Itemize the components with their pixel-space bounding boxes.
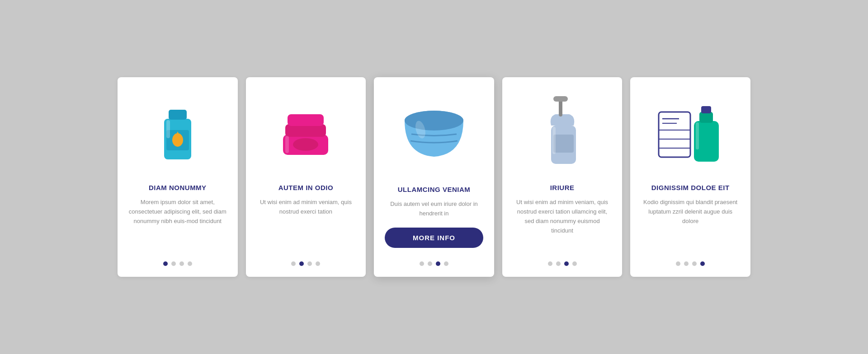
dot-2[interactable] <box>299 261 304 266</box>
dot-3[interactable] <box>692 261 697 266</box>
dot-4[interactable] <box>188 261 192 266</box>
dot-1[interactable] <box>420 261 424 266</box>
card-5-dots <box>676 257 705 266</box>
card-1-title: DIAM NONUMMY <box>149 184 207 191</box>
svg-rect-27 <box>701 106 711 113</box>
dot-1[interactable] <box>548 261 552 266</box>
card-3: ULLAMCING VENIAMDuis autem vel eum iriur… <box>374 77 494 277</box>
dot-3[interactable] <box>179 261 184 266</box>
card-2-title: AUTEM IN ODIO <box>278 184 334 191</box>
svg-rect-8 <box>288 114 324 126</box>
card-5: DIGNISSIM DOLOE EITKodio dignissim qui b… <box>630 77 750 277</box>
card-3-title: ULLAMCING VENIAM <box>398 186 471 193</box>
dot-2[interactable] <box>428 261 432 266</box>
svg-rect-10 <box>285 136 289 153</box>
svg-point-12 <box>405 111 463 130</box>
card-2: AUTEM IN ODIOUt wisi enim ad minim venia… <box>246 77 366 277</box>
dot-2[interactable] <box>684 261 689 266</box>
card-4: IRIUREUt wisi enim ad minim veniam, quis… <box>502 77 623 277</box>
svg-point-9 <box>293 138 318 151</box>
dot-4[interactable] <box>444 261 448 266</box>
lotion-tube-icon <box>128 92 227 173</box>
dot-3[interactable] <box>564 261 569 266</box>
card-2-dots <box>291 257 320 266</box>
card-1: DIAM NONUMMYMorem ipsum dolor sit amet, … <box>118 77 238 277</box>
card-3-dots <box>420 257 448 266</box>
svg-rect-28 <box>696 122 699 149</box>
card-4-title: IRIURE <box>550 184 575 191</box>
dot-1[interactable] <box>163 261 168 266</box>
svg-rect-5 <box>166 120 170 138</box>
svg-rect-7 <box>285 124 326 137</box>
more-info-button[interactable]: MORE INFO <box>385 228 483 248</box>
cream-tub-blue-icon <box>385 93 483 175</box>
card-4-dots <box>548 257 577 266</box>
card-1-dots <box>163 257 192 266</box>
dot-3[interactable] <box>436 261 440 266</box>
svg-rect-16 <box>553 96 568 102</box>
dot-2[interactable] <box>556 261 561 266</box>
svg-rect-26 <box>699 112 713 123</box>
card-2-text: Ut wisi enim ad minim veniam, quis nostr… <box>257 198 355 248</box>
dot-1[interactable] <box>676 261 680 266</box>
dot-1[interactable] <box>291 261 296 266</box>
card-4-text: Ut wisi enim ad minim veniam, quis nostr… <box>513 198 612 248</box>
dot-2[interactable] <box>171 261 176 266</box>
svg-rect-17 <box>553 135 574 153</box>
pump-bottle-icon <box>513 92 612 173</box>
svg-rect-18 <box>552 127 556 154</box>
card-5-title: DIGNISSIM DOLOE EIT <box>651 184 730 191</box>
card-1-text: Morem ipsum dolor sit amet, consectetuer… <box>128 198 227 248</box>
dot-4[interactable] <box>700 261 705 266</box>
card-3-text: Duis autem vel eum iriure dolor in hendr… <box>385 200 483 219</box>
cream-jar-pink-icon <box>257 92 355 173</box>
dot-4[interactable] <box>316 261 320 266</box>
bottle-set-icon <box>641 92 740 173</box>
dot-4[interactable] <box>572 261 577 266</box>
cards-container: DIAM NONUMMYMorem ipsum dolor sit amet, … <box>118 77 750 277</box>
dot-3[interactable] <box>307 261 312 266</box>
svg-rect-1 <box>169 110 187 120</box>
card-5-text: Kodio dignissim qui blandit praesent lup… <box>641 198 740 248</box>
